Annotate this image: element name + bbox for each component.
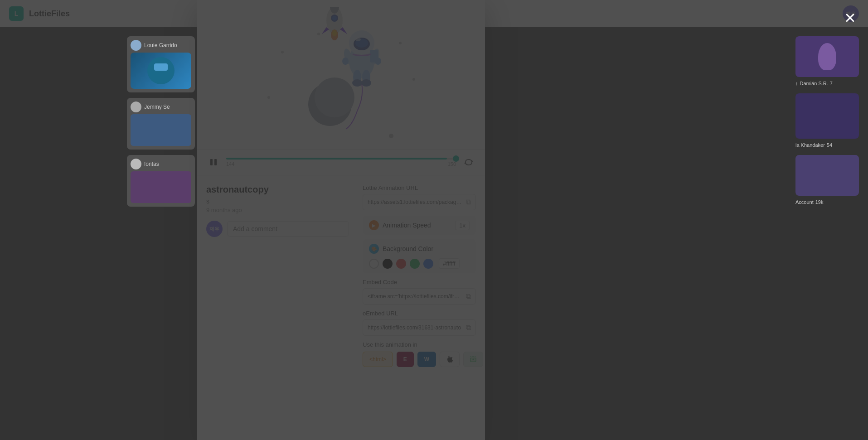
background-right-sidebar: ↑ Damián S.R. 7 ia Khandaker 54 Account … <box>795 27 859 205</box>
background-sidebar: Louie Garrido Jemmy Se fontas <box>127 27 195 212</box>
close-button[interactable]: ✕ <box>841 9 859 27</box>
